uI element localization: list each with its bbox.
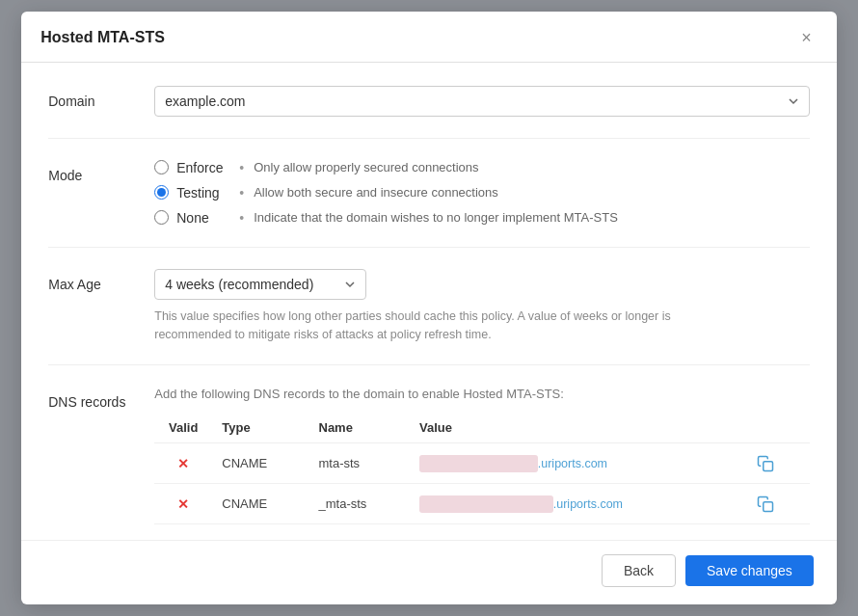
col-valid: Valid	[154, 415, 212, 443]
domain-control: example.com	[154, 86, 810, 117]
modal-body: Domain example.com Mode Enforce •	[21, 63, 837, 540]
copy-button-2[interactable]	[753, 493, 778, 515]
svg-rect-1	[764, 502, 773, 512]
mode-testing-label: Testing	[176, 185, 229, 201]
mode-enforce-label: Enforce	[176, 160, 229, 175]
domain-label: Domain	[48, 86, 154, 109]
save-changes-button[interactable]: Save changes	[685, 555, 814, 586]
max-age-hint: This value specifies how long other part…	[154, 308, 733, 344]
modal-footer: Back Save changes	[21, 540, 837, 604]
dns-row-2-value-suffix: .uriports.com	[553, 497, 623, 511]
max-age-control: 1 week 2 weeks 4 weeks (recommended) 8 w…	[154, 269, 810, 344]
dns-row-1-value-blurred	[419, 455, 538, 472]
invalid-icon-2: ✕	[177, 496, 189, 512]
dns-row-1-action	[743, 443, 810, 484]
dns-records-label: DNS records	[48, 387, 154, 410]
dns-intro-text: Add the following DNS records to the dom…	[154, 387, 810, 401]
dns-row-1-type: CNAME	[212, 443, 308, 484]
dns-row-2-name: _mta-sts	[309, 484, 411, 524]
copy-icon-1	[757, 455, 774, 472]
mode-testing-radio[interactable]	[154, 185, 169, 200]
copy-button-1[interactable]	[753, 452, 778, 474]
copy-icon-2	[757, 495, 774, 513]
dns-row-1: ✕ CNAME mta-sts .uriports.com	[154, 443, 810, 484]
col-type: Type	[212, 415, 308, 443]
dns-row-2: ✕ CNAME _mta-sts .uriports.com	[154, 484, 810, 524]
mode-control: Enforce • Only allow properly secured co…	[154, 160, 810, 226]
mode-enforce-desc: Only allow properly secured connections	[254, 160, 478, 174]
dns-records-table: Valid Type Name Value ✕	[154, 415, 810, 524]
mode-enforce-radio[interactable]	[154, 160, 169, 174]
dns-row-2-valid: ✕	[154, 484, 212, 524]
col-action	[743, 415, 810, 443]
svg-rect-0	[764, 462, 773, 471]
mode-none-item[interactable]: None • Indicate that the domain wishes t…	[154, 210, 810, 226]
modal-overlay: Hosted MTA-STS × Domain example.com Mode	[0, 0, 858, 616]
dns-row-2-action	[743, 484, 810, 524]
mode-enforce-item[interactable]: Enforce • Only allow properly secured co…	[154, 160, 810, 175]
modal-dialog: Hosted MTA-STS × Domain example.com Mode	[21, 12, 837, 604]
dns-table-header: Valid Type Name Value	[154, 415, 810, 443]
max-age-select[interactable]: 1 week 2 weeks 4 weeks (recommended) 8 w…	[154, 269, 366, 300]
modal-header: Hosted MTA-STS ×	[21, 12, 837, 63]
dns-row-1-value-suffix: .uriports.com	[538, 457, 607, 470]
mode-radio-group: Enforce • Only allow properly secured co…	[154, 160, 810, 226]
mode-row: Mode Enforce • Only allow properly secur…	[48, 160, 810, 248]
modal-title: Hosted MTA-STS	[40, 29, 165, 46]
dns-row-1-valid: ✕	[154, 443, 212, 484]
close-button[interactable]: ×	[795, 27, 818, 48]
mode-testing-item[interactable]: Testing • Allow both secure and insecure…	[154, 185, 810, 201]
col-value: Value	[410, 415, 743, 443]
dns-records-control: Add the following DNS records to the dom…	[154, 387, 810, 524]
domain-select[interactable]: example.com	[154, 86, 810, 117]
dns-row-2-type: CNAME	[212, 484, 308, 524]
domain-row: Domain example.com	[48, 86, 810, 139]
back-button[interactable]: Back	[602, 554, 676, 587]
dns-row-2-value-blurred	[419, 495, 553, 513]
mode-none-radio[interactable]	[154, 210, 169, 225]
mode-label: Mode	[48, 160, 154, 183]
dns-records-row: DNS records Add the following DNS record…	[48, 387, 810, 524]
max-age-label: Max Age	[48, 269, 154, 292]
mode-none-desc: Indicate that the domain wishes to no lo…	[254, 210, 618, 225]
dns-row-1-value: .uriports.com	[410, 443, 743, 484]
max-age-row: Max Age 1 week 2 weeks 4 weeks (recommen…	[48, 269, 810, 366]
mode-testing-desc: Allow both secure and insecure connectio…	[254, 185, 498, 200]
dns-row-2-value: .uriports.com	[410, 484, 743, 524]
invalid-icon-1: ✕	[177, 456, 189, 471]
mode-none-label: None	[176, 210, 229, 226]
dns-row-1-name: mta-sts	[309, 443, 411, 484]
col-name: Name	[309, 415, 411, 443]
